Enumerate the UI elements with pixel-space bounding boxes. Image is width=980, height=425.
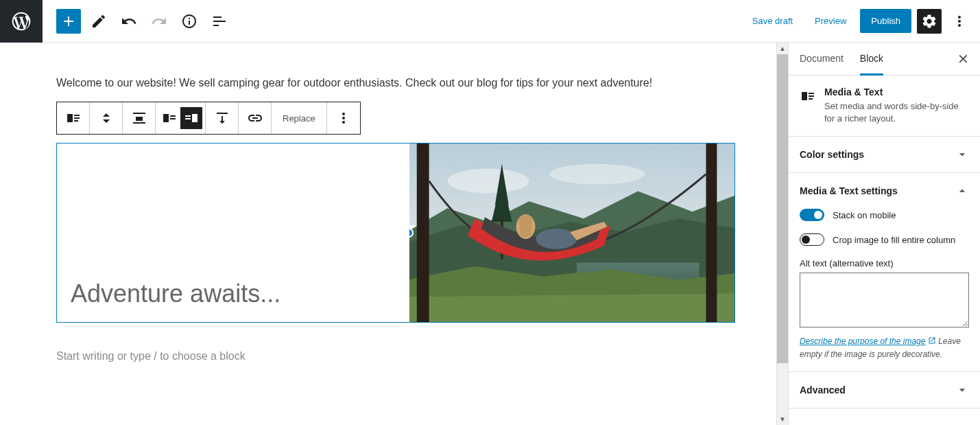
- svg-rect-9: [170, 118, 176, 119]
- media-text-settings-panel-header[interactable]: Media & Text settings: [789, 173, 980, 209]
- svg-rect-25: [809, 95, 814, 97]
- save-draft-button[interactable]: Save draft: [744, 10, 801, 32]
- block-description: Set media and words side-by-side for a r…: [824, 100, 969, 125]
- svg-point-22: [536, 229, 577, 249]
- outline-button[interactable]: [207, 9, 232, 34]
- undo-button[interactable]: [117, 9, 141, 34]
- block-type-button[interactable]: [57, 102, 90, 134]
- top-toolbar: Save draft Preview Publish: [0, 0, 980, 43]
- chevron-up-icon: [955, 184, 969, 198]
- svg-rect-3: [74, 120, 78, 122]
- media-column[interactable]: [409, 143, 734, 322]
- crop-fill-toggle[interactable]: [800, 233, 824, 246]
- svg-rect-2: [74, 117, 80, 119]
- edit-mode-button[interactable]: [86, 9, 111, 34]
- align-button[interactable]: [123, 102, 156, 134]
- media-text-block[interactable]: Adventure awaits...: [56, 143, 735, 323]
- tab-document[interactable]: Document: [800, 53, 844, 76]
- hammock-image: [409, 143, 734, 322]
- close-sidebar-button[interactable]: ✕: [957, 51, 969, 67]
- svg-rect-10: [192, 114, 198, 122]
- svg-point-16: [549, 164, 645, 185]
- editor-canvas[interactable]: Welcome to our website! We sell camping …: [0, 43, 776, 425]
- wordpress-logo[interactable]: [0, 0, 43, 43]
- svg-rect-12: [185, 118, 191, 119]
- add-block-button[interactable]: [56, 9, 81, 34]
- settings-sidebar: Document Block ✕ Media & Text Set media …: [788, 43, 980, 425]
- block-title: Media & Text: [824, 87, 969, 97]
- block-toolbar: Replace: [56, 102, 361, 135]
- scroll-up-arrow[interactable]: ▲: [777, 43, 788, 54]
- replace-media-button[interactable]: Replace: [272, 102, 327, 134]
- settings-button[interactable]: [917, 9, 942, 34]
- svg-rect-18: [417, 143, 429, 322]
- tab-block[interactable]: Block: [860, 53, 883, 76]
- svg-point-15: [447, 169, 529, 194]
- svg-rect-1: [74, 115, 80, 116]
- new-block-placeholder[interactable]: Start writing or type / to choose a bloc…: [56, 350, 735, 363]
- svg-rect-8: [170, 115, 176, 117]
- svg-rect-24: [809, 93, 814, 94]
- stack-mobile-toggle[interactable]: [800, 209, 824, 221]
- svg-rect-19: [706, 143, 717, 322]
- vertical-scrollbar[interactable]: ▲ ▼: [776, 43, 788, 425]
- svg-rect-0: [67, 114, 73, 122]
- scroll-down-arrow[interactable]: ▼: [777, 413, 788, 425]
- svg-rect-26: [809, 98, 813, 100]
- external-link-icon: [928, 336, 936, 348]
- media-left-button[interactable]: [158, 107, 180, 129]
- crop-fill-label: Crop image to fill entire column: [833, 235, 955, 245]
- color-settings-panel-header[interactable]: Color settings: [789, 137, 980, 172]
- redo-button: [147, 9, 171, 34]
- preview-button[interactable]: Preview: [806, 10, 854, 32]
- alt-text-label: Alt text (alternative text): [800, 258, 969, 268]
- more-options-button[interactable]: [947, 9, 972, 34]
- block-heading[interactable]: Adventure awaits...: [71, 279, 280, 308]
- svg-rect-4: [133, 113, 145, 114]
- alt-text-help: Describe the purpose of the image Leave …: [800, 335, 969, 360]
- move-handles-button[interactable]: [90, 102, 123, 134]
- svg-rect-7: [163, 114, 169, 122]
- vertical-align-button[interactable]: [206, 102, 239, 134]
- chevron-down-icon: [955, 383, 969, 397]
- svg-rect-6: [133, 122, 145, 124]
- text-column[interactable]: Adventure awaits...: [57, 143, 409, 322]
- alt-help-link[interactable]: Describe the purpose of the image: [800, 336, 925, 346]
- svg-rect-13: [217, 113, 228, 114]
- media-right-button[interactable]: [180, 107, 202, 129]
- scroll-thumb[interactable]: [777, 54, 788, 363]
- stack-mobile-label: Stack on mobile: [833, 210, 896, 220]
- block-more-button[interactable]: [327, 102, 360, 134]
- svg-rect-23: [802, 92, 807, 100]
- svg-rect-5: [136, 117, 143, 121]
- media-text-icon: [800, 88, 816, 104]
- advanced-panel-header[interactable]: Advanced: [789, 372, 980, 408]
- svg-rect-11: [185, 115, 191, 117]
- link-button[interactable]: [239, 102, 272, 134]
- block-info-panel: Media & Text Set media and words side-by…: [789, 76, 980, 137]
- alt-text-input[interactable]: [800, 273, 969, 328]
- info-button[interactable]: [177, 9, 202, 34]
- chevron-down-icon: [955, 148, 969, 161]
- publish-button[interactable]: Publish: [860, 9, 911, 33]
- intro-paragraph[interactable]: Welcome to our website! We sell camping …: [56, 77, 735, 89]
